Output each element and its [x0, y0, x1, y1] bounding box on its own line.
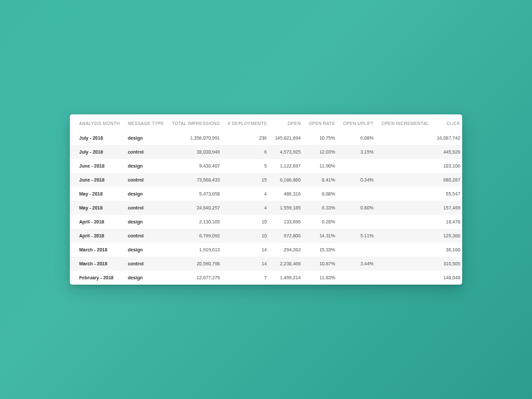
column-header-analysis-month[interactable]: ANALYSIS MONTH: [70, 114, 124, 131]
cell-total-impressions: 24,640,257: [168, 201, 224, 215]
cell-open-rate: 6.33%: [305, 201, 339, 215]
cell-deployments: 6: [224, 145, 271, 159]
cell-click: 55,547: [433, 187, 462, 201]
cell-deployments: 4: [224, 201, 271, 215]
cell-open: 1,499,214: [271, 271, 305, 285]
cell-open-incremental: [378, 159, 433, 173]
column-header-open-incremental[interactable]: OPEN INCREMENTAL: [378, 114, 433, 131]
cell-analysis-month: March - 2018: [70, 243, 124, 257]
cell-click: 18,478: [433, 215, 462, 229]
cell-click: 16,067,742: [433, 131, 462, 145]
cell-analysis-month: May - 2018: [70, 187, 124, 201]
cell-total-impressions: 5,473,658: [168, 187, 224, 201]
cell-message-type: design: [124, 243, 168, 257]
cell-open-uplift: 0.34%: [339, 173, 378, 187]
cell-deployments: 10: [224, 215, 271, 229]
cell-deployments: 14: [224, 257, 271, 271]
column-header-open-rate[interactable]: OPEN RATE: [305, 114, 339, 131]
cell-deployments: 14: [224, 243, 271, 257]
cell-open-rate: 10.75%: [305, 131, 339, 145]
cell-open-incremental: [378, 173, 433, 187]
cell-analysis-month: June - 2018: [70, 173, 124, 187]
table-row: June - 2018design9,436,40751,122,69711.9…: [70, 159, 462, 173]
table-row: April - 2018control6,799,09210972,80614.…: [70, 229, 462, 243]
cell-total-impressions: 2,130,165: [168, 215, 224, 229]
cell-open-uplift: [339, 215, 378, 229]
cell-analysis-month: March - 2018: [70, 257, 124, 271]
cell-deployments: 236: [224, 131, 271, 145]
cell-analysis-month: April - 2018: [70, 215, 124, 229]
cell-message-type: design: [124, 187, 168, 201]
cell-open: 133,696: [271, 215, 305, 229]
cell-click: 36,160: [433, 243, 462, 257]
table-body: July - 2018design1,356,070,991236145,821…: [70, 131, 462, 285]
cell-deployments: 4: [224, 187, 271, 201]
cell-analysis-month: July - 2018: [70, 131, 124, 145]
cell-analysis-month: April - 2018: [70, 229, 124, 243]
cell-total-impressions: 12,677,279: [168, 271, 224, 285]
column-header-total-impressions[interactable]: TOTAL IMPRESSIONS: [168, 114, 224, 131]
cell-click: 310,505: [433, 257, 462, 271]
column-header-message-type[interactable]: MESSAGE TYPE: [124, 114, 168, 131]
cell-open-rate: 8.88%: [305, 187, 339, 201]
cell-message-type: design: [124, 131, 168, 145]
column-header-open-uplift[interactable]: OPEN UPLIFT: [339, 114, 378, 131]
cell-click: 125,366: [433, 229, 462, 243]
cell-total-impressions: 38,030,949: [168, 145, 224, 159]
cell-open-incremental: [378, 257, 433, 271]
cell-analysis-month: July - 2018: [70, 145, 124, 159]
table-row: February - 2018design12,677,27971,499,21…: [70, 271, 462, 285]
cell-click: 680,287: [433, 173, 462, 187]
cell-deployments: 7: [224, 271, 271, 285]
table-row: April - 2018design2,130,16510133,6966.28…: [70, 215, 462, 229]
column-header-open[interactable]: OPEN: [271, 114, 305, 131]
cell-open-uplift: 5.11%: [339, 229, 378, 243]
cell-open-rate: 14.31%: [305, 229, 339, 243]
cell-open-uplift: 6.08%: [339, 131, 378, 145]
cell-message-type: control: [124, 145, 168, 159]
cell-deployments: 10: [224, 229, 271, 243]
cell-open: 145,821,694: [271, 131, 305, 145]
cell-open-uplift: [339, 271, 378, 285]
cell-open-incremental: [378, 145, 433, 159]
cell-open: 6,186,860: [271, 173, 305, 187]
cell-total-impressions: 1,919,613: [168, 243, 224, 257]
table-row: June - 2018control73,568,433156,186,8608…: [70, 173, 462, 187]
cell-open-uplift: [339, 159, 378, 173]
cell-open: 2,238,468: [271, 257, 305, 271]
cell-open-incremental: [378, 229, 433, 243]
cell-analysis-month: June - 2018: [70, 159, 124, 173]
table-row: May - 2018control24,640,25741,559,1856.3…: [70, 201, 462, 215]
cell-analysis-month: February - 2018: [70, 271, 124, 285]
cell-analysis-month: May - 2018: [70, 201, 124, 215]
cell-open-incremental: [378, 271, 433, 285]
cell-message-type: control: [124, 201, 168, 215]
cell-click: 148,048: [433, 271, 462, 285]
cell-open-incremental: [378, 187, 433, 201]
cell-open: 486,316: [271, 187, 305, 201]
cell-open-incremental: [378, 243, 433, 257]
cell-total-impressions: 9,436,407: [168, 159, 224, 173]
cell-message-type: control: [124, 257, 168, 271]
cell-open-rate: 15.33%: [305, 243, 339, 257]
cell-open-incremental: [378, 201, 433, 215]
cell-message-type: control: [124, 173, 168, 187]
cell-open-rate: 11.83%: [305, 271, 339, 285]
table-row: July - 2018design1,356,070,991236145,821…: [70, 131, 462, 145]
cell-total-impressions: 73,568,433: [168, 173, 224, 187]
cell-click: 157,489: [433, 201, 462, 215]
cell-open: 1,122,697: [271, 159, 305, 173]
cell-open-incremental: [378, 215, 433, 229]
cell-total-impressions: 1,356,070,991: [168, 131, 224, 145]
table-row: March - 2018control20,590,798142,238,468…: [70, 257, 462, 271]
cell-open: 972,806: [271, 229, 305, 243]
cell-open-uplift: [339, 187, 378, 201]
cell-total-impressions: 20,590,798: [168, 257, 224, 271]
column-header-click[interactable]: CLICK: [433, 114, 462, 131]
column-header-deployments[interactable]: # DEPLOYMENTS: [224, 114, 271, 131]
cell-open: 294,262: [271, 243, 305, 257]
data-table-card: ANALYSIS MONTHMESSAGE TYPETOTAL IMPRESSI…: [70, 114, 462, 285]
cell-click: 103,106: [433, 159, 462, 173]
cell-open-incremental: [378, 131, 433, 145]
table-row: May - 2018design5,473,6584486,3168.88%55…: [70, 187, 462, 201]
